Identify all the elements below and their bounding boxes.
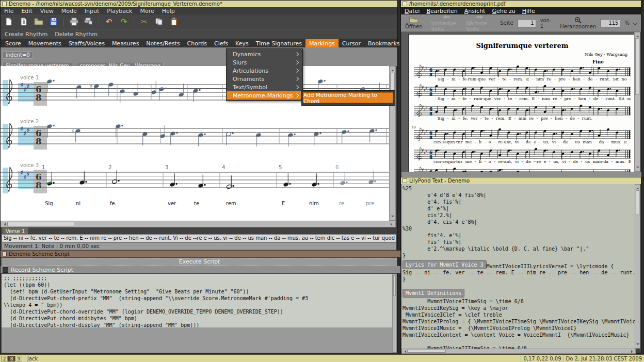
- open-icon[interactable]: [34, 17, 44, 27]
- lyric-syllable: nim: [309, 201, 319, 206]
- menu-time-signatures[interactable]: Time Signatures: [252, 39, 305, 48]
- verse-text-input[interactable]: Sig -- ni -- fe. ver -- te -- rem. E -- …: [2, 234, 396, 242]
- print-preview-icon[interactable]: [84, 17, 94, 27]
- pdf-vscrollbar[interactable]: [634, 32, 640, 172]
- denemo-menubar: File Edit View Mode Input Playback More …: [1, 7, 397, 14]
- menu-measures[interactable]: Measures: [108, 39, 142, 48]
- menu-gehe-zu[interactable]: Gehe zu: [492, 8, 515, 14]
- menu-markings[interactable]: Markings: [305, 39, 339, 48]
- next-page-button[interactable]: Nächste Seite: [466, 14, 494, 32]
- clock: Do 2, Jul 21:28:03 CEST 2009: [566, 356, 642, 361]
- delete-rhythm-button[interactable]: Delete Rhythm: [55, 31, 98, 38]
- voice2-staff[interactable]: ♯♯♯68♯: [1, 117, 389, 160]
- menu-item-metronome-markings[interactable]: Metronome-Markings: [227, 91, 302, 100]
- menu-score[interactable]: Score: [2, 39, 25, 48]
- menu-item-dynamics[interactable]: Dynamics: [227, 50, 302, 58]
- score-properties-bar: indent=0 Signiferumque verterem composer…: [1, 47, 397, 66]
- save-icon[interactable]: [49, 17, 59, 27]
- pdf-toolbar: Öffnen Vorherige Seite Nächste Seite Sei…: [401, 14, 641, 32]
- pdf-document-area[interactable]: Signiferumque verterem Nils Gey - Wargsa…: [401, 32, 635, 172]
- pdf-titlebar[interactable]: /home/nils/.denemo/denemoprint.pdf: [401, 1, 641, 7]
- toolbar-separator: [134, 17, 134, 26]
- scheme-script-editor[interactable]: ;; ;;;;;;;;;;; (let ((bpm 60)) (set! bpm…: [2, 274, 396, 328]
- menu-keys[interactable]: Keys: [232, 39, 252, 48]
- indent-button[interactable]: indent=0: [3, 51, 33, 59]
- taskbar-app-jack[interactable]: jack: [27, 356, 38, 361]
- undo-icon[interactable]: ↶: [104, 17, 114, 27]
- previous-page-button[interactable]: Vorherige Seite: [431, 14, 462, 32]
- copy-icon[interactable]: [154, 17, 164, 27]
- pdf-lyrics-4: con-sequn-tur me - li - o - re-ant, vi -…: [433, 140, 631, 144]
- menu-mode[interactable]: Mode: [61, 8, 77, 14]
- svg-text:3: 3: [165, 164, 168, 170]
- open-button[interactable]: Öffnen: [405, 17, 423, 29]
- score-canvas[interactable]: voice 1 voice 2 voice 3 ♯♯♯68♯ ♯♯♯68♯ ♯♯…: [1, 66, 389, 221]
- menu-input[interactable]: Input: [85, 8, 99, 14]
- wizard-icon[interactable]: [19, 17, 29, 27]
- menu-playback[interactable]: Playback: [107, 8, 132, 14]
- svg-text:♯: ♯: [26, 126, 29, 134]
- page-number-input[interactable]: 1: [518, 19, 536, 27]
- menu-help[interactable]: Help: [162, 8, 175, 14]
- mvmnt-definitions-button[interactable]: MvmntI Definitions: [403, 289, 464, 298]
- menu-ansicht[interactable]: Ansicht: [464, 8, 486, 14]
- menu-bookmarks[interactable]: Bookmarks: [364, 39, 403, 48]
- paste-icon[interactable]: [169, 17, 179, 27]
- svg-text:8: 8: [429, 135, 432, 140]
- submenu-arrow-icon: [295, 85, 299, 89]
- lyric-syllable: pre: [366, 201, 374, 206]
- menu-datei[interactable]: Datei: [405, 8, 420, 14]
- lilypond-titlebar[interactable]: LilyPond Text - Denemo: [401, 177, 641, 184]
- print-icon[interactable]: [69, 17, 79, 27]
- menu-movements[interactable]: Movements: [25, 39, 65, 48]
- piece-composer: Nils Gey - Wargsang: [585, 52, 627, 57]
- rhythm-toolbar: Create Rhythm Delete Rhythm: [1, 29, 397, 39]
- lyrics-voice3-button[interactable]: Lyrics for MvmntI Voice 3: [403, 260, 487, 269]
- create-rhythm-button[interactable]: Create Rhythm: [5, 31, 47, 38]
- redo-icon[interactable]: ↷: [119, 17, 129, 27]
- scheme-script-titlebar[interactable]: Denemo Scheme Script: [1, 251, 400, 257]
- menu-view[interactable]: View: [40, 8, 54, 14]
- record-checkbox[interactable]: [3, 267, 8, 273]
- folder-icon: [409, 17, 418, 23]
- score-vscrollbar[interactable]: [389, 66, 396, 221]
- menu-item-text-symbol[interactable]: Text/Symbol: [227, 83, 302, 91]
- zoom-level-input[interactable]: 115: [600, 19, 620, 27]
- toolbar-overflow-button[interactable]: [634, 20, 637, 26]
- workspace-9[interactable]: 9: [15, 356, 22, 361]
- cut-icon[interactable]: ✂: [139, 17, 149, 27]
- denemo-titlebar[interactable]: Denemo - /home/nils/wacost-svn/denemo/20…: [1, 1, 397, 7]
- pdf-lyrics-1: Sig - ni - fe-rum-que ver - te - rem. E …: [438, 77, 631, 81]
- workspace-2[interactable]: 2: [1, 356, 8, 361]
- lyric-syllable: E: [282, 201, 285, 206]
- lilypond-hscrollbar[interactable]: [401, 349, 636, 354]
- menu-item-ornaments[interactable]: Ornaments: [227, 75, 302, 83]
- menu-chords[interactable]: Chords: [184, 39, 211, 48]
- menu-staffs-voices[interactable]: Staffs/Voices: [65, 39, 108, 48]
- verse-tab[interactable]: Verse 1: [2, 227, 28, 235]
- menu-edit[interactable]: Edit: [21, 8, 32, 14]
- lilypond-vscrollbar[interactable]: [635, 184, 640, 349]
- menu-bearbeiten[interactable]: Bearbeiten: [426, 8, 457, 14]
- menu-hilfe[interactable]: Hilfe: [522, 8, 535, 14]
- zoom-in-button[interactable]: Heranzoomen: [560, 17, 596, 29]
- submenu-item-add-metronome-marking[interactable]: Add Metronome Marking to Chord: [303, 92, 393, 103]
- svg-text:♯: ♯: [425, 86, 427, 90]
- menu-item-slurs[interactable]: Slurs: [227, 58, 302, 67]
- menu-cursor[interactable]: Cursor: [339, 39, 364, 48]
- scheme-vscrollbar[interactable]: [392, 274, 397, 353]
- menu-notes-rests[interactable]: Notes/Rests: [142, 39, 183, 48]
- menu-file[interactable]: File: [4, 8, 13, 14]
- menu-item-articulations[interactable]: Articulations: [227, 67, 302, 75]
- new-icon[interactable]: [4, 17, 14, 27]
- voice3-staff[interactable]: ♯♯♯68123456: [1, 160, 389, 204]
- pdf-lyrics-3: Sig - ni - fe. ver - te - rem. E - nim r…: [438, 116, 631, 121]
- lilypond-text-view[interactable]: %25 e'4 d'8 e'4 fis'8%| e'4. fis'%| d' e…: [401, 184, 636, 349]
- menu-more[interactable]: More: [140, 8, 154, 14]
- svg-text:4: 4: [222, 164, 225, 170]
- execute-script-button[interactable]: Execute Script: [2, 258, 397, 266]
- svg-text:2: 2: [108, 164, 111, 170]
- workspace-8-active[interactable]: 8: [8, 356, 15, 361]
- score-hscrollbar[interactable]: [1, 221, 396, 227]
- menu-clefs[interactable]: Clefs: [211, 39, 232, 48]
